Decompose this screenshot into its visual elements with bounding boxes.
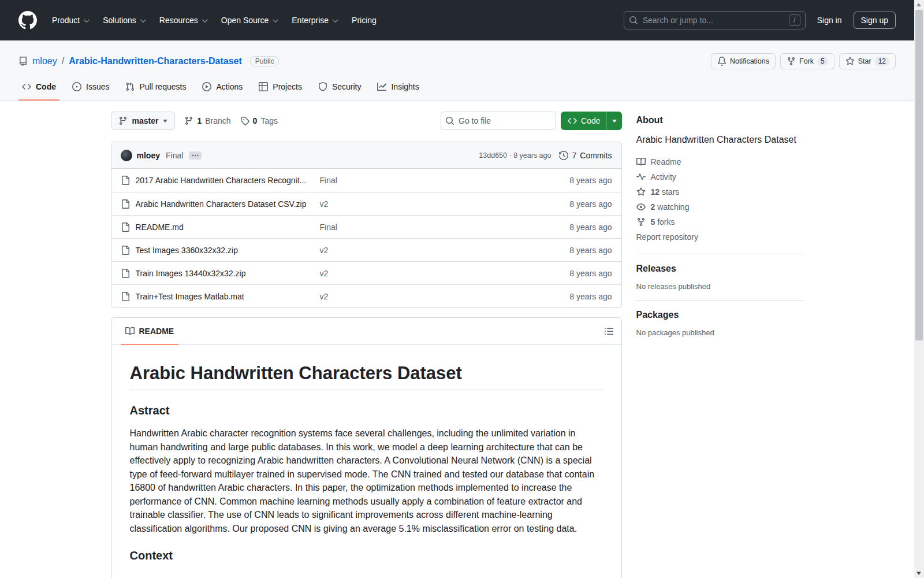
sidebar-item-forks[interactable]: 5 forks <box>636 214 804 229</box>
file-commit-time: 8 years ago <box>569 199 612 209</box>
notifications-button[interactable]: Notifications <box>711 53 776 69</box>
sidebar-item-watching[interactable]: 2 watching <box>636 199 804 214</box>
nav-item-product[interactable]: Product <box>46 11 94 29</box>
report-repository-link[interactable]: Report repository <box>636 229 804 244</box>
pull-request-icon <box>125 82 135 91</box>
file-commit-message[interactable]: v2 <box>320 269 570 278</box>
graph-icon <box>377 82 386 91</box>
fork-label: Fork <box>799 57 814 65</box>
scroll-down-arrow-icon[interactable] <box>916 572 921 575</box>
file-icon <box>121 292 130 301</box>
file-commit-message[interactable]: v2 <box>320 292 570 301</box>
site-header: Product Solutions Resources Open Source … <box>0 0 914 40</box>
tab-projects[interactable]: Projects <box>251 73 310 101</box>
play-icon <box>202 82 211 91</box>
avatar[interactable] <box>121 150 132 161</box>
commit-history-link[interactable]: 7 Commits <box>559 151 612 160</box>
readme-tab[interactable]: README <box>121 318 179 344</box>
scrollbar[interactable] <box>914 0 924 578</box>
sidebar-label: Activity <box>651 172 676 181</box>
nav-label: Solutions <box>103 16 136 25</box>
nav-label: Product <box>52 16 80 25</box>
github-logo-icon[interactable] <box>18 11 37 29</box>
file-name-link[interactable]: Arabic Handwritten Characters Dataset CS… <box>136 199 307 209</box>
nav-label: Open Source <box>221 16 269 25</box>
repo-name-link[interactable]: Arabic-Handwritten-Characters-Dataset <box>69 56 242 66</box>
repo-owner-link[interactable]: mloey <box>32 56 57 66</box>
commit-hash-link[interactable]: 13dd650 · 8 years ago <box>479 151 551 160</box>
global-search-box[interactable]: / <box>624 11 806 29</box>
branch-icon <box>118 116 128 125</box>
file-name-link[interactable]: README.md <box>136 223 184 232</box>
pulse-icon <box>636 172 646 181</box>
go-to-file-input[interactable] <box>441 112 556 130</box>
fork-icon <box>636 217 646 227</box>
commit-ellipsis-button[interactable] <box>189 151 202 160</box>
sidebar-item-activity[interactable]: Activity <box>636 169 804 184</box>
commit-author-link[interactable]: mloey <box>137 151 160 160</box>
scrollbar-thumb[interactable] <box>915 10 923 340</box>
file-icon <box>121 176 130 185</box>
nav-item-open-source[interactable]: Open Source <box>215 11 283 29</box>
tab-code[interactable]: Code <box>14 73 64 101</box>
sign-in-link[interactable]: Sign in <box>817 16 842 25</box>
history-icon <box>559 151 568 160</box>
fork-count: 5 <box>817 57 828 66</box>
star-icon <box>636 187 646 197</box>
tag-icon <box>240 116 249 125</box>
scroll-up-arrow-icon[interactable] <box>916 3 921 6</box>
file-name-link[interactable]: Train+Test Images Matlab.mat <box>136 292 244 301</box>
file-commit-message[interactable]: v2 <box>320 246 570 255</box>
star-button[interactable]: Star 12 <box>839 53 896 69</box>
sign-up-button[interactable]: Sign up <box>854 12 896 29</box>
shield-icon <box>318 82 327 91</box>
file-commit-message[interactable]: v2 <box>320 199 570 209</box>
search-icon <box>629 16 638 25</box>
file-name-link[interactable]: Train Images 13440x32x32.zip <box>136 269 246 278</box>
tab-label: Projects <box>273 82 302 91</box>
tab-security[interactable]: Security <box>310 73 370 101</box>
tab-insights[interactable]: Insights <box>369 73 427 101</box>
caret-down-icon[interactable] <box>606 112 622 130</box>
table-row[interactable]: Test Images 3360x32x32.zip v2 8 years ag… <box>111 238 621 261</box>
nav-item-pricing[interactable]: Pricing <box>346 11 382 29</box>
file-name-link[interactable]: Test Images 3360x32x32.zip <box>136 246 238 255</box>
fork-button[interactable]: Fork 5 <box>780 53 834 69</box>
readme-section-context: Context <box>130 549 603 562</box>
table-row[interactable]: Arabic Handwritten Characters Dataset CS… <box>111 192 621 215</box>
tab-actions[interactable]: Actions <box>194 73 251 101</box>
about-title: About <box>636 115 804 125</box>
visibility-badge: Public <box>250 56 280 66</box>
caret-down-icon <box>163 120 167 123</box>
table-icon <box>259 82 268 91</box>
nav-item-solutions[interactable]: Solutions <box>97 11 150 29</box>
breadcrumb: mloey / Arabic-Handwritten-Characters-Da… <box>18 56 279 66</box>
file-name-link[interactable]: 2017 Arabic Handwritten Characters Recog… <box>136 176 307 185</box>
tab-pull-requests[interactable]: Pull requests <box>117 73 194 101</box>
file-commit-message[interactable]: Final <box>320 176 570 185</box>
nav-item-enterprise[interactable]: Enterprise <box>286 11 342 29</box>
tags-link[interactable]: 0 Tags <box>240 116 278 125</box>
global-search-input[interactable] <box>643 16 784 25</box>
nav-label: Resources <box>159 16 198 25</box>
table-row[interactable]: Train+Test Images Matlab.mat v2 8 years … <box>111 284 621 307</box>
chevron-down-icon <box>84 17 90 23</box>
sidebar-item-stars[interactable]: 12 stars <box>636 184 804 199</box>
branch-word: Branch <box>205 116 230 125</box>
table-row[interactable]: Train Images 13440x32x32.zip v2 8 years … <box>111 261 621 284</box>
commit-message-link[interactable]: Final <box>166 151 183 160</box>
tab-issues[interactable]: Issues <box>64 73 117 101</box>
code-dropdown-button[interactable]: Code <box>561 112 621 130</box>
stars-count: 12 <box>651 187 660 197</box>
table-row[interactable]: README.md Final 8 years ago <box>111 215 621 238</box>
packages-empty-text: No packages published <box>636 328 804 337</box>
table-row[interactable]: 2017 Arabic Handwritten Characters Recog… <box>111 169 621 192</box>
tab-label: Pull requests <box>139 82 186 91</box>
branch-selector[interactable]: master <box>111 112 176 130</box>
file-commit-message[interactable]: Final <box>320 223 570 232</box>
sidebar-item-readme[interactable]: Readme <box>636 154 804 169</box>
outline-icon[interactable] <box>601 323 617 339</box>
readme-abstract-text: Handwritten Arabic character recognition… <box>130 427 603 535</box>
branches-link[interactable]: 1 Branch <box>184 116 230 125</box>
nav-item-resources[interactable]: Resources <box>154 11 212 29</box>
